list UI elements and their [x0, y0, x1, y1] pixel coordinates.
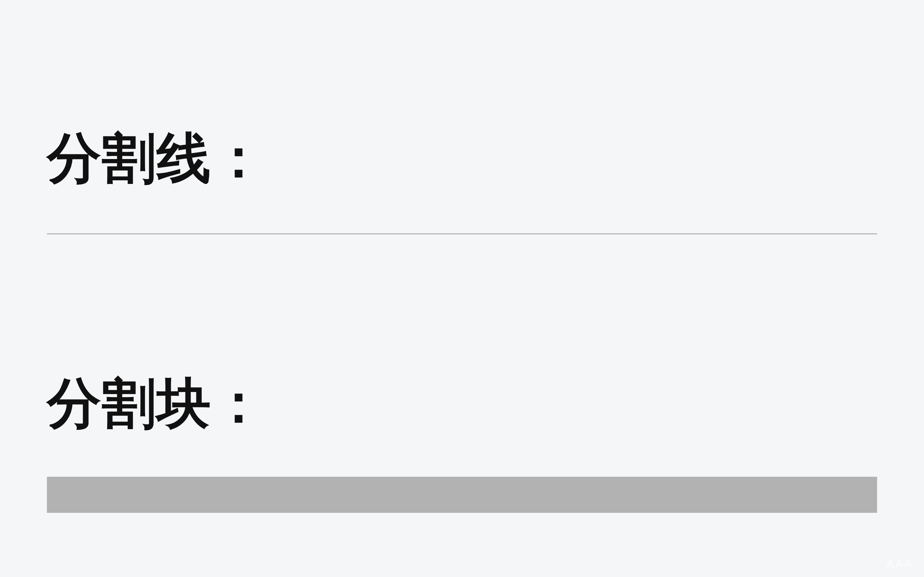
watermark: AAA — [886, 557, 913, 571]
divider-line-section: 分割线： — [47, 0, 877, 234]
divider-block-example — [47, 477, 877, 513]
divider-line-heading: 分割线： — [47, 122, 877, 195]
divider-block-heading: 分割块： — [47, 368, 877, 441]
divider-block-section: 分割块： — [47, 234, 877, 513]
